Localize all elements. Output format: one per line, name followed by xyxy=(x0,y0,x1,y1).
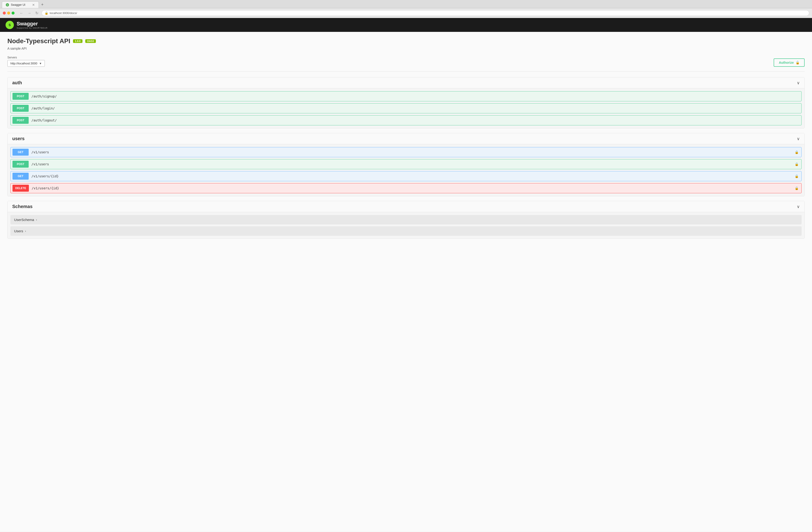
endpoint-path-auth-logout: /auth/logout/ xyxy=(30,117,801,124)
server-select-arrow: ▼ xyxy=(39,62,42,65)
version-badge: 1.0.0 xyxy=(73,39,82,43)
endpoint-path-get-v1-users-id: /v1/users/{id} xyxy=(30,173,795,180)
auth-group-body: POST /auth/signup/ POST /auth/login/ POS… xyxy=(8,88,804,128)
method-badge-get-users-id: GET xyxy=(13,173,29,180)
method-badge-post-logout: POST xyxy=(13,117,29,124)
authorize-button[interactable]: Authorize 🔓 xyxy=(774,58,804,67)
auth-group-header[interactable]: auth ∨ xyxy=(8,77,804,88)
method-badge-post: POST xyxy=(13,93,29,100)
tab-title: Swagger UI xyxy=(11,3,25,6)
method-badge-post-users: POST xyxy=(13,161,29,168)
lock-icon-delete-users-id: 🔒 xyxy=(795,186,799,190)
endpoint-get-v1-users[interactable]: GET /v1/users 🔒 xyxy=(10,147,802,157)
browser-tab[interactable]: S Swagger UI ✕ xyxy=(2,1,39,8)
authorize-label: Authorize xyxy=(779,61,794,64)
browser-chrome: ← → ↻ 🔒 localhost:3000/docs/ xyxy=(0,8,812,18)
schemas-chevron-icon: ∨ xyxy=(797,204,800,209)
endpoint-path-delete-v1-users-id: /v1/users/{id} xyxy=(31,184,795,192)
servers-control: Servers http://localhost:3000 ▼ xyxy=(8,56,45,67)
method-badge-get-users: GET xyxy=(13,149,29,156)
schema-name-userschema: UserSchema xyxy=(14,218,34,222)
method-badge-post-login: POST xyxy=(13,105,29,112)
endpoint-post-auth-signup[interactable]: POST /auth/signup/ xyxy=(10,91,802,101)
swagger-title-group: Swagger Supported by SMARTBEAR xyxy=(17,21,47,29)
endpoint-path-auth-signup: /auth/signup/ xyxy=(30,93,801,100)
servers-section: Servers http://localhost:3000 ▼ Authoriz… xyxy=(8,56,804,72)
back-button[interactable]: ← xyxy=(18,11,25,16)
schema-item-users[interactable]: Users › xyxy=(10,226,802,236)
maximize-window-button[interactable] xyxy=(12,12,15,15)
lock-icon: 🔓 xyxy=(796,61,799,64)
endpoint-get-v1-users-id[interactable]: GET /v1/users/{id} 🔒 xyxy=(10,171,802,181)
address-bar[interactable]: 🔒 localhost:3000/docs/ xyxy=(42,10,809,16)
endpoint-post-v1-users[interactable]: POST /v1/users 🔒 xyxy=(10,159,802,169)
schemas-section: Schemas ∨ UserSchema › Users › xyxy=(8,201,804,239)
close-window-button[interactable] xyxy=(3,12,6,15)
traffic-lights xyxy=(3,12,15,15)
server-url: http://localhost:3000 xyxy=(10,62,37,65)
swagger-brand: Swagger xyxy=(17,21,47,27)
endpoint-path-auth-login: /auth/login/ xyxy=(30,105,801,112)
method-badge-delete-users-id: DELETE xyxy=(13,185,29,192)
endpoint-delete-v1-users-id[interactable]: DELETE /v1/users/{id} 🔒 xyxy=(10,183,802,193)
tab-close-button[interactable]: ✕ xyxy=(32,3,35,7)
endpoint-path-post-v1-users: /v1/users xyxy=(30,161,795,168)
lock-icon-get-users: 🔒 xyxy=(795,150,799,154)
tab-bar: S Swagger UI ✕ + xyxy=(0,0,812,8)
schema-expand-userschema: › xyxy=(36,218,37,221)
url-text: localhost:3000/docs/ xyxy=(50,11,77,15)
api-title-row: Node-Typescript API 1.0.0 OAS3 xyxy=(8,38,804,45)
auth-group-name: auth xyxy=(12,80,22,86)
auth-group: auth ∨ POST /auth/signup/ POST /auth/log… xyxy=(8,77,804,128)
swagger-body: Node-Typescript API 1.0.0 OAS3 A sample … xyxy=(0,32,812,532)
lock-icon-post-users: 🔒 xyxy=(795,162,799,166)
users-group-name: users xyxy=(12,136,25,141)
servers-label: Servers xyxy=(8,56,45,59)
schema-body: UserSchema › Users › xyxy=(8,212,804,238)
users-group: users ∨ GET /v1/users 🔒 POST /v1/users 🔒… xyxy=(8,133,804,196)
schemas-title: Schemas xyxy=(12,204,32,209)
api-title-text: Node-Typescript API xyxy=(8,38,70,45)
lock-icon-get-users-id: 🔒 xyxy=(795,174,799,178)
api-description: A sample API xyxy=(8,47,804,50)
users-chevron-icon: ∨ xyxy=(797,136,800,141)
swagger-sub: Supported by SMARTBEAR xyxy=(17,27,47,29)
auth-chevron-icon: ∨ xyxy=(797,80,800,86)
tab-favicon: S xyxy=(6,3,9,6)
endpoint-post-auth-logout[interactable]: POST /auth/logout/ xyxy=(10,115,802,125)
users-group-header[interactable]: users ∨ xyxy=(8,133,804,144)
new-tab-button[interactable]: + xyxy=(39,1,45,8)
schema-name-users: Users xyxy=(14,229,23,233)
users-group-body: GET /v1/users 🔒 POST /v1/users 🔒 GET /v1… xyxy=(8,144,804,196)
endpoint-path-get-v1-users: /v1/users xyxy=(30,148,795,156)
schema-expand-users: › xyxy=(25,229,26,233)
minimize-window-button[interactable] xyxy=(7,12,10,15)
reload-button[interactable]: ↻ xyxy=(34,10,40,16)
schema-item-userschema[interactable]: UserSchema › xyxy=(10,215,802,224)
server-select[interactable]: http://localhost:3000 ▼ xyxy=(8,60,45,67)
swagger-logo: S xyxy=(5,21,14,29)
schemas-header[interactable]: Schemas ∨ xyxy=(8,201,804,212)
swagger-header: S Swagger Supported by SMARTBEAR xyxy=(0,18,812,32)
browser-nav: ← → ↻ xyxy=(18,10,40,16)
api-title-section: Node-Typescript API 1.0.0 OAS3 A sample … xyxy=(8,38,804,50)
oas-badge: OAS3 xyxy=(85,39,96,43)
forward-button[interactable]: → xyxy=(26,11,32,16)
endpoint-post-auth-login[interactable]: POST /auth/login/ xyxy=(10,103,802,113)
